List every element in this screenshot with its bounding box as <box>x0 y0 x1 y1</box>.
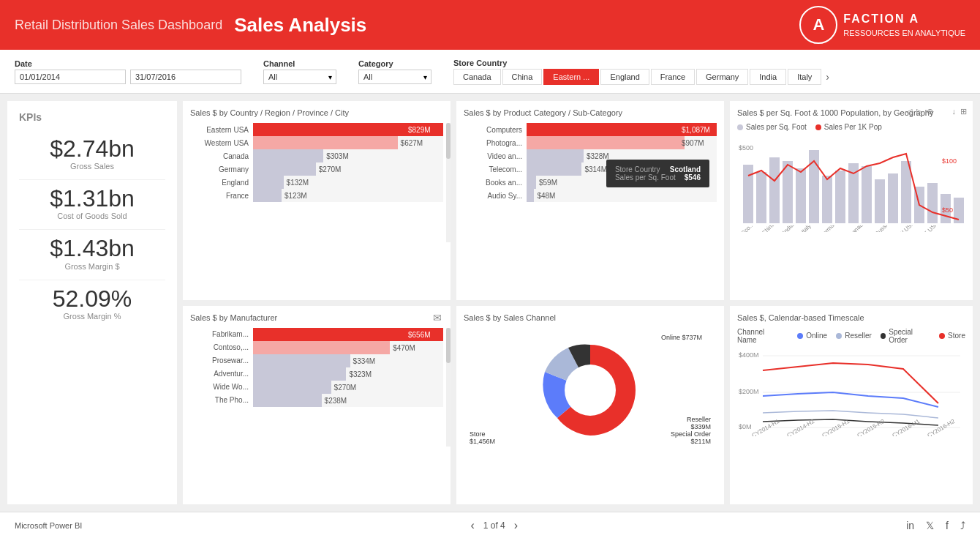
category-select[interactable]: All <box>358 70 431 84</box>
share-icon[interactable]: ⤴ <box>960 520 965 531</box>
logo-circle: A <box>799 6 837 44</box>
chart-manufacturer-scrollbar[interactable] <box>446 328 451 447</box>
linkedin-icon[interactable]: in <box>906 520 914 531</box>
date-end-input[interactable] <box>130 70 241 84</box>
chart-country-bars: Eastern USA $829M Western USA $627M Cana… <box>190 123 443 202</box>
bar-row: Canada $303M <box>190 149 443 162</box>
bar-label: Books an... <box>464 179 522 187</box>
bar-fill <box>527 136 685 149</box>
bar-row: Adventur... $323M <box>190 367 443 381</box>
country-tabs-next[interactable]: › <box>823 70 832 84</box>
channel-select-wrap[interactable]: All <box>263 70 336 84</box>
country-tab-china[interactable]: China <box>502 69 543 85</box>
bar-value: $334M <box>350 356 376 365</box>
channel-name-label: Channel Name <box>737 328 783 344</box>
bar-container: $303M <box>253 149 443 162</box>
country-tab-india[interactable]: India <box>750 69 786 85</box>
header: Retail Distribution Sales Dashboard Sale… <box>0 0 980 50</box>
bar-fill <box>253 354 350 367</box>
expand-icon[interactable]: ⊞ <box>960 107 967 116</box>
bar-container: $829M <box>253 123 443 136</box>
svg-text:$200M: $200M <box>739 388 759 395</box>
date-filter: Date <box>15 59 241 84</box>
geo-x-label: Germany <box>818 225 840 232</box>
bar-value: $470M <box>390 343 415 351</box>
reset-icon[interactable]: ⊕ <box>927 107 933 116</box>
bar-value: $314M <box>581 165 607 173</box>
geo-x-label: China <box>761 225 776 232</box>
bar-label: Video an... <box>464 152 522 160</box>
legend-item: Sales per Sq. Foot <box>737 123 807 131</box>
category-select-wrap[interactable]: All <box>358 70 431 84</box>
country-tab-england[interactable]: England <box>600 69 649 85</box>
kpi-panel: KPIs $2.74bn Gross Sales $1.31bn Cost of… <box>7 101 177 504</box>
bar-container: $123M <box>253 189 443 202</box>
bar-fill <box>253 176 284 189</box>
legend-label: Online <box>806 332 827 340</box>
bar-value: $238M <box>322 396 347 404</box>
bar-row: Contoso,... $470M <box>190 341 443 354</box>
bar-container: $907M <box>527 136 717 149</box>
facebook-icon[interactable]: f <box>946 520 949 531</box>
bar-row: Wide Wo... $270M <box>190 381 443 394</box>
bar-container: $1,087M <box>527 123 717 136</box>
country-tab-france[interactable]: France <box>651 69 695 85</box>
svg-rect-10 <box>875 179 885 223</box>
svg-rect-0 <box>743 165 753 223</box>
legend-dot <box>836 333 842 339</box>
date-label: Date <box>15 59 241 68</box>
bar-fill <box>253 162 316 176</box>
prev-page-button[interactable]: ‹ <box>470 519 474 532</box>
geo-x-axis: Sco... China India Italy Germany Canada … <box>737 225 965 232</box>
logo-brand: FACTION A <box>843 11 965 27</box>
kpi-label: Cost of Goods Sold <box>19 212 165 220</box>
legend-item: Store <box>939 332 965 340</box>
kpi-item: 52.09% Gross Margin % <box>19 286 165 329</box>
chart-channel-panel: Sales $ by Sales Channel Online $737M Re… <box>456 306 724 505</box>
forward-icon[interactable]: ▷ <box>916 107 922 116</box>
tooltip-country-value: Scotland <box>670 165 701 173</box>
bar-label: Germany <box>190 165 249 173</box>
svg-text:$400M: $400M <box>739 351 759 359</box>
country-tab-italy[interactable]: Italy <box>788 69 821 85</box>
date-start-input[interactable] <box>15 70 126 84</box>
bar-value: $656M <box>405 330 431 338</box>
geo-x-label: E.USA <box>922 225 939 232</box>
next-page-button[interactable]: › <box>514 519 518 532</box>
bar-value: $627M <box>398 139 423 147</box>
backward-icon[interactable]: ◁ <box>906 107 912 116</box>
channel-select[interactable]: All <box>263 70 336 84</box>
svg-text:$50: $50 <box>942 206 953 214</box>
header-title: Sales Analysis <box>234 14 366 37</box>
country-tab-germany[interactable]: Germany <box>696 69 748 85</box>
chart-country-scrollbar[interactable] <box>446 123 451 242</box>
geo-x-label: Sco... <box>740 225 755 232</box>
chart-manufacturer-title: Sales $ by Manufacturer <box>190 313 443 322</box>
donut-label-reseller: Reseller$339M <box>687 416 711 430</box>
bar-value: $132M <box>284 179 309 187</box>
chart-country-title: Sales $ by Country / Region / Province /… <box>190 108 443 117</box>
bar-value: $328M <box>584 152 609 160</box>
country-filter-group: Store Country CanadaChinaEastern ...Engl… <box>453 59 965 85</box>
download-icon[interactable]: ↓ <box>952 107 957 116</box>
twitter-icon[interactable]: 𝕏 <box>926 520 934 531</box>
chart-geo-legend: Sales per Sq. FootSales Per 1K Pop <box>737 123 965 131</box>
bar-label: Photogra... <box>464 139 522 147</box>
bar-row: Prosewar... $334M <box>190 354 443 367</box>
main-grid: KPIs $2.74bn Gross Sales $1.31bn Cost of… <box>0 94 980 512</box>
legend-item: Reseller <box>836 332 872 340</box>
logo-text: FACTION A RESSOURCES EN ANALYTIQUE <box>843 11 965 39</box>
bar-value: $829M <box>405 126 431 134</box>
header-left: Retail Distribution Sales Dashboard Sale… <box>15 14 366 37</box>
email-icon[interactable]: ✉ <box>433 312 442 324</box>
geo-x-label: Canada <box>848 225 867 232</box>
bar-row: France $123M <box>190 189 443 202</box>
bar-fill <box>527 162 581 176</box>
geo-chart-svg: $500 $100 $50 <box>737 135 971 231</box>
country-tab-canada[interactable]: Canada <box>453 69 501 85</box>
svg-text:$100: $100 <box>942 157 957 165</box>
geo-x-label: Italy <box>800 225 813 232</box>
bar-value: $323M <box>346 370 372 378</box>
kpi-item: $1.43bn Gross Margin $ <box>19 236 165 280</box>
country-tab-eastern----[interactable]: Eastern ... <box>543 69 599 85</box>
